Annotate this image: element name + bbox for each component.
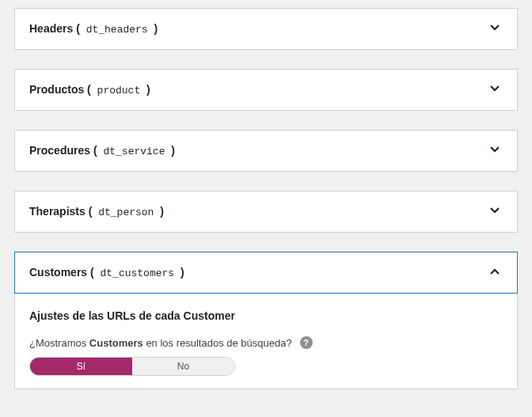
panel-label: Customers [29,266,87,279]
question-suffix: en los resultados de búsqueda? [143,337,292,349]
panel-customers: Customers ( dt_customers ) [14,252,518,294]
panel-title: Therapists ( dt_person ) [29,205,164,218]
search-toggle[interactable]: Sí No [29,357,235,376]
panel-procedures: Procedures ( dt_service ) [14,130,518,172]
panel-header-therapists[interactable]: Therapists ( dt_person ) [15,191,517,232]
panel-header-productos[interactable]: Productos ( product ) [15,70,517,110]
panel-header-customers[interactable]: Customers ( dt_customers ) [15,252,517,293]
panel-label: Headers [29,22,73,35]
panel-label: Productos [29,83,84,96]
question-bold: Customers [89,337,143,349]
panel-slug: dt_service [103,146,165,157]
panel-header-headers[interactable]: Headers ( dt_headers ) [15,9,517,49]
panel-productos: Productos ( product ) [14,69,518,111]
panel-title: Headers ( dt_headers ) [29,22,158,36]
chevron-down-icon [487,142,503,160]
panel-slug: dt_person [98,207,154,218]
chevron-down-icon [487,20,503,38]
chevron-down-icon [487,203,503,221]
section-title: Ajustes de las URLs de cada Customer [29,309,503,322]
panel-label: Procedures [29,144,90,157]
panel-header-procedures[interactable]: Procedures ( dt_service ) [15,131,517,171]
panel-label: Therapists [29,205,86,218]
panel-body-customers: Ajustes de las URLs de cada Customer ¿Mo… [14,294,518,389]
panel-title: Procedures ( dt_service ) [29,144,175,157]
chevron-up-icon [487,263,503,282]
panel-title: Customers ( dt_customers ) [29,266,184,279]
panel-therapists: Therapists ( dt_person ) [14,191,518,233]
question-prefix: ¿Mostramos [29,337,89,349]
panel-slug: product [97,85,141,97]
panel-slug: dt_headers [86,24,148,36]
toggle-yes[interactable]: Sí [30,358,132,375]
chevron-down-icon [487,81,503,99]
panel-title: Productos ( product ) [29,83,150,97]
toggle-no[interactable]: No [132,358,234,375]
panel-slug: dt_customers [101,267,175,279]
panel-headers: Headers ( dt_headers ) [14,8,518,50]
search-question: ¿Mostramos Customers en los resultados d… [29,336,503,349]
help-icon[interactable]: ? [300,336,313,349]
